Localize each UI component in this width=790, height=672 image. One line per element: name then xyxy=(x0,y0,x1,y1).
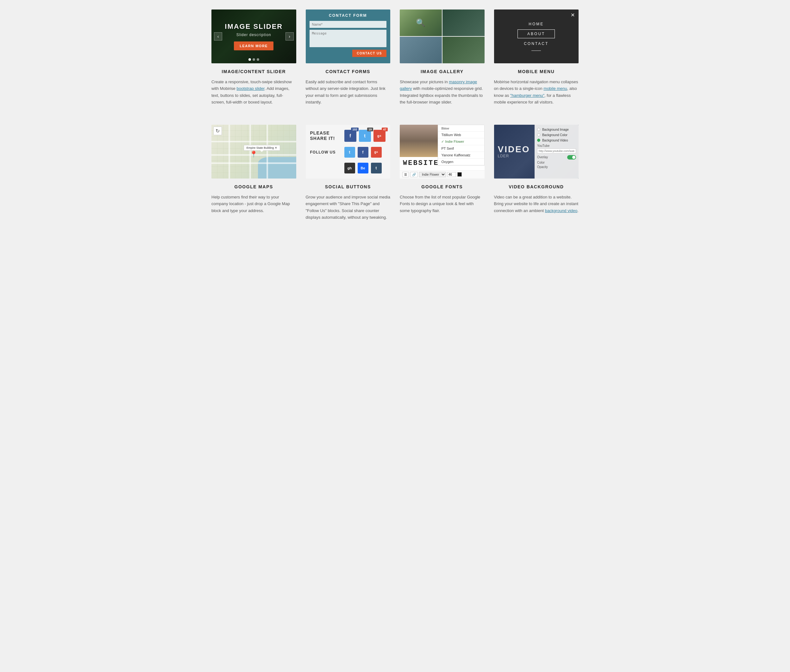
map-road-v3 xyxy=(267,125,268,179)
video-text: VIDEO xyxy=(498,145,530,154)
bg-color-label: Background Color xyxy=(542,133,568,137)
map-controls[interactable]: ↻ xyxy=(213,126,222,135)
card-body-social: Grow your audience and improve social me… xyxy=(306,194,390,221)
card-title-gallery: IMAGE GALLERY xyxy=(400,69,485,74)
font-color-swatch[interactable] xyxy=(457,172,462,177)
gplus-follow-btn[interactable]: g+ xyxy=(371,147,382,158)
slider-dots xyxy=(248,58,259,61)
behance-btn[interactable]: Be xyxy=(358,163,368,173)
twitter-share-btn[interactable]: t 19 xyxy=(359,130,371,142)
card-title-social: SOCIAL BUTTONS xyxy=(306,184,390,189)
extra-social-row: gh Be t xyxy=(344,163,382,173)
map-pin: 📍 xyxy=(250,150,257,158)
overlay-toggle-row: Overlay xyxy=(537,155,576,160)
social-preview: PLEASE SHARE IT! f 102 t 19 g+ xyxy=(306,125,390,179)
mobile-menu-link[interactable]: mobile menu xyxy=(544,86,567,91)
slider-learn-more-btn[interactable]: LEARN MORE xyxy=(234,42,273,50)
video-preview: VIDEO LDER Background Image Background C… xyxy=(494,125,579,179)
dot-3 xyxy=(257,58,259,61)
font-option-titillium[interactable]: Titillium Web xyxy=(438,132,484,138)
radio-bg-color[interactable] xyxy=(537,133,540,136)
facebook-share-btn[interactable]: f 102 xyxy=(344,130,357,142)
nav-item-about[interactable]: ABOUT xyxy=(518,29,555,38)
bg-video-label: Background Video xyxy=(542,139,568,142)
slider-next-arrow[interactable]: › xyxy=(285,32,294,40)
color-label: Color xyxy=(537,161,576,164)
gallery-body2: with mobile-optimized responsive grid. I… xyxy=(400,86,483,104)
card-body-fonts: Choose from the list of most popular Goo… xyxy=(400,194,485,214)
fonts-dropdown[interactable]: Bitter Titillium Web ✓ Indie Flower PT S… xyxy=(438,125,484,166)
card-google-fonts: Bitter Titillium Web ✓ Indie Flower PT S… xyxy=(400,125,485,221)
contact-name-input[interactable] xyxy=(310,21,387,28)
contact-form-title: CONTACT FORM xyxy=(329,13,367,18)
gallery-cell-1: 🔍 xyxy=(400,10,442,36)
video-option-bg-video: Background Video xyxy=(537,139,576,142)
align-left-btn[interactable]: ☰ xyxy=(402,172,409,177)
card-google-maps: Empire State Building ✕ 📍 ↻ GOOGLE MAPS … xyxy=(211,125,296,221)
gallery-body1: Showcase your pictures in xyxy=(400,80,449,84)
tumblr-btn[interactable]: t xyxy=(371,163,382,173)
github-btn[interactable]: gh xyxy=(344,163,355,173)
font-size-input[interactable] xyxy=(447,172,456,177)
nav-divider xyxy=(531,50,541,51)
row1-grid: ‹ IMAGE SLIDER Slider description LEARN … xyxy=(211,10,579,106)
card-title-contact: CONTACT FORMS xyxy=(306,69,390,74)
twitter-count: 19 xyxy=(367,128,373,131)
card-mobile-menu: ✕ HOME ABOUT CONTACT MOBILE MENU Mobiris… xyxy=(494,10,579,106)
facebook-follow-btn[interactable]: f xyxy=(358,147,368,158)
slider-preview: ‹ IMAGE SLIDER Slider description LEARN … xyxy=(211,10,296,63)
hamburger-link[interactable]: "hamburger menu" xyxy=(510,93,544,98)
contact-preview: CONTACT FORM CONTACT US xyxy=(306,10,390,63)
twitter-follow-btn[interactable]: t xyxy=(344,147,355,158)
share-row: PLEASE SHARE IT! f 102 t 19 g+ xyxy=(310,130,385,142)
page-wrapper: ‹ IMAGE SLIDER Slider description LEARN … xyxy=(205,0,585,250)
font-option-indie[interactable]: ✓ Indie Flower xyxy=(438,138,484,145)
overlay-toggle[interactable] xyxy=(567,155,576,160)
font-option-pt[interactable]: PT Serif xyxy=(438,145,484,152)
slider-desc: Slider description xyxy=(237,33,271,37)
gallery-cell-4 xyxy=(443,37,485,63)
card-image-maps: Empire State Building ✕ 📍 ↻ xyxy=(211,125,296,179)
bg-video-link[interactable]: background video xyxy=(545,208,577,213)
overlay-label: Overlay xyxy=(537,155,548,159)
youtube-url-input[interactable] xyxy=(537,149,576,154)
map-preview: Empire State Building ✕ 📍 ↻ xyxy=(211,125,296,179)
card-body-slider: Create a responsive, touch-swipe slidesh… xyxy=(211,78,296,106)
video-option-bg-image: Background Image xyxy=(537,128,576,131)
font-option-oxygen[interactable]: Oxygen xyxy=(438,158,484,165)
contact-message-input[interactable] xyxy=(310,30,387,47)
facebook-icon: f xyxy=(349,133,351,138)
bootstrap-slider-link[interactable]: bootstrap slider xyxy=(237,86,264,91)
share-label-line1: PLEASE xyxy=(310,130,342,136)
contact-submit-btn[interactable]: CONTACT US xyxy=(352,50,387,57)
video-subtext: LDER xyxy=(498,154,509,158)
follow-label: FOLLOW US xyxy=(310,150,342,154)
close-icon[interactable]: ✕ xyxy=(571,12,575,18)
card-image-slider: ‹ IMAGE SLIDER Slider description LEARN … xyxy=(211,10,296,106)
dot-1 xyxy=(248,58,251,61)
dot-2 xyxy=(253,58,255,61)
font-option-yanone[interactable]: Yanone Kaffeesatz xyxy=(438,152,484,158)
card-video-background: VIDEO LDER Background Image Background C… xyxy=(494,125,579,221)
card-image-gallery-preview: 🔍 xyxy=(400,10,485,63)
font-select[interactable]: Indie Flower xyxy=(419,172,446,177)
nav-item-home[interactable]: HOME xyxy=(529,22,544,26)
gallery-cell-2 xyxy=(443,10,485,36)
map-tooltip: Empire State Building ✕ xyxy=(244,145,280,151)
card-image-mobile-menu: ✕ HOME ABOUT CONTACT xyxy=(494,10,579,63)
card-body-gallery: Showcase your pictures in masonry image … xyxy=(400,78,485,106)
nav-item-contact[interactable]: CONTACT xyxy=(524,42,549,46)
gplus-share-btn[interactable]: g+ 47 xyxy=(373,130,385,142)
card-title-mobile-menu: MOBILE MENU xyxy=(494,69,579,74)
gallery-search-icon: 🔍 xyxy=(416,18,425,27)
slider-title: IMAGE SLIDER xyxy=(225,22,283,31)
slider-prev-arrow[interactable]: ‹ xyxy=(214,32,222,40)
radio-bg-video[interactable] xyxy=(537,139,540,142)
map-water xyxy=(258,157,296,179)
share-label-line2: SHARE IT! xyxy=(310,136,342,141)
card-body-maps: Help customers find their way to your co… xyxy=(211,194,296,214)
radio-bg-image[interactable] xyxy=(537,128,540,131)
link-tool-btn[interactable]: 🔗 xyxy=(410,172,418,177)
gallery-preview: 🔍 xyxy=(400,10,485,63)
font-option-bitter[interactable]: Bitter xyxy=(438,125,484,132)
